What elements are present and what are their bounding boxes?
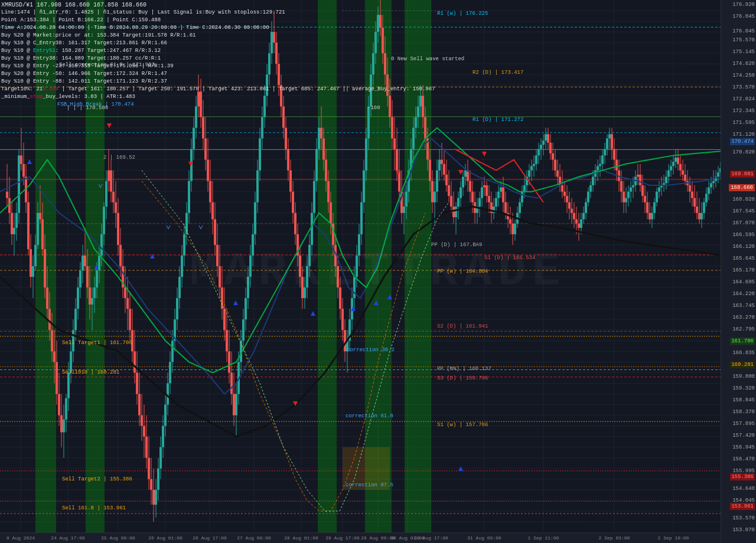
price-164695: 164.695 xyxy=(732,279,755,285)
price-170474-blue: 170.474 xyxy=(730,138,755,145)
price-156470: 156.470 xyxy=(732,456,755,462)
price-171120: 171.120 xyxy=(732,132,755,138)
price-155386: 155.386 xyxy=(730,473,755,480)
time-axis: 8 Aug 2024 24 Aug 17:00 25 Aug 09:00 26 … xyxy=(0,532,721,543)
price-167070: 167.070 xyxy=(732,220,755,226)
price-170020: 170.020 xyxy=(732,149,755,155)
watermark: MARKETTRADE xyxy=(190,245,566,299)
time-30aug17: 30 Aug 17:00 xyxy=(414,535,448,541)
price-175570: 175.570 xyxy=(732,37,755,43)
time-27aug9: 27 Aug 09:00 xyxy=(237,535,271,541)
time-26aug1: 26 Aug 01:00 xyxy=(148,535,183,541)
time-26aug17: 26 Aug 17:00 xyxy=(193,535,227,541)
current-price-168660: 168.660 xyxy=(729,184,755,191)
price-162795: 162.795 xyxy=(732,326,755,332)
time-31aug9: 31 Aug 09:00 xyxy=(467,535,501,541)
price-175145: 175.145 xyxy=(732,49,755,55)
time-aug8: 8 Aug 2024 xyxy=(6,535,35,541)
price-157420: 157.420 xyxy=(732,433,755,439)
price-156945: 156.945 xyxy=(732,444,755,450)
price-174620: 174.620 xyxy=(732,61,755,67)
price-176045: 176.045 xyxy=(732,14,755,19)
time-29aug9: 29 Aug 09:00 xyxy=(361,535,395,541)
price-173170: 172.024 xyxy=(732,96,755,102)
time-28aug1: 28 Aug 01:00 xyxy=(284,535,318,541)
time-1sep11: 1 Sep 11:00 xyxy=(528,535,559,541)
time-2sep19: 2 Sep 19:00 xyxy=(658,535,689,541)
price-154640: 154.640 xyxy=(732,486,755,492)
price-167545: 167.545 xyxy=(732,208,755,214)
price-153570: 153.570 xyxy=(732,515,755,521)
price-172345: 172.345 xyxy=(732,108,755,114)
price-axis: 176.920 176.045 176.045 175.570 175.145 … xyxy=(721,0,756,543)
price-161245: 160.835 xyxy=(732,350,755,356)
price-168020: 168.020 xyxy=(732,197,755,202)
price-153070: 153.070 xyxy=(732,527,755,533)
price-159800: 159.800 xyxy=(732,374,755,380)
price-176045b: 176.045 xyxy=(732,28,755,34)
price-166120: 166.120 xyxy=(732,244,755,250)
time-25aug9: 25 Aug 09:00 xyxy=(101,535,135,541)
price-165170: 165.170 xyxy=(732,267,755,273)
top-info-panel: XMRUSD/¥1 167.908 168.660 167.858 168.66… xyxy=(1,1,435,101)
time-24aug17: 24 Aug 17:00 xyxy=(51,535,85,541)
price-165645: 165.645 xyxy=(732,256,755,261)
price-169081: 169.081 xyxy=(730,171,755,178)
price-163745: 163.745 xyxy=(732,303,755,309)
time-28aug17: 28 Aug 17:00 xyxy=(325,535,360,541)
price-163270: 163.270 xyxy=(732,315,755,320)
price-158845: 158.845 xyxy=(732,397,755,403)
price-166595: 166.595 xyxy=(732,232,755,238)
time-2sep3: 2 Sep 03:00 xyxy=(599,535,630,541)
price-174250: 174.250 xyxy=(732,73,755,78)
price-158370: 158.370 xyxy=(732,409,755,415)
price-164220: 164.220 xyxy=(732,291,755,297)
price-173570: 173.570 xyxy=(732,84,755,90)
price-153961: 153.961 xyxy=(730,503,755,510)
price-160281: 160.281 xyxy=(730,361,755,368)
price-161706: 161.706 xyxy=(730,338,755,345)
price-171595: 171.595 xyxy=(732,120,755,126)
price-159320: 159.320 xyxy=(732,385,755,391)
price-176920: 176.920 xyxy=(732,2,755,8)
price-157895: 157.895 xyxy=(732,421,755,427)
